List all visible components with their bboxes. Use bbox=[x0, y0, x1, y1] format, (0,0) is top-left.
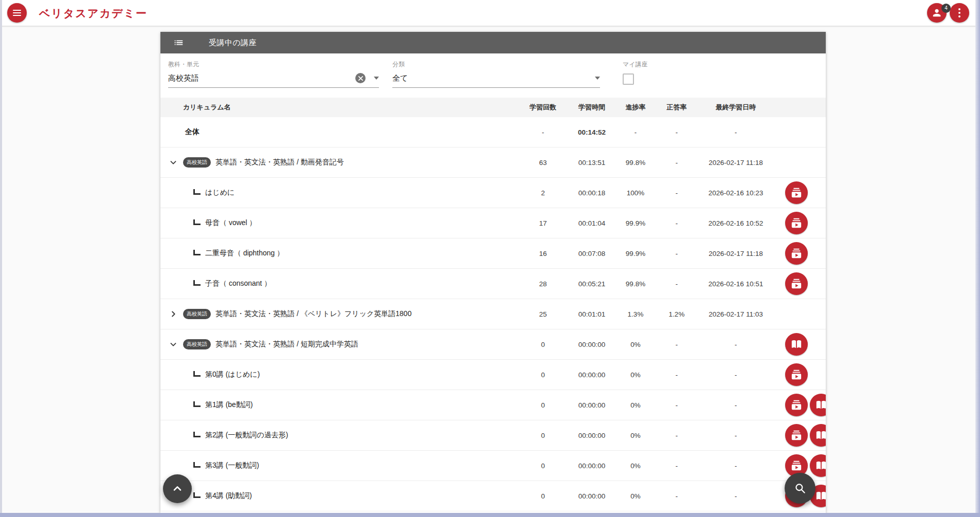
subject-badge: 高校英語 bbox=[183, 309, 211, 319]
chevron-down-icon[interactable] bbox=[168, 157, 179, 168]
textbook-button[interactable] bbox=[810, 394, 826, 416]
search-fab-button[interactable] bbox=[785, 473, 815, 504]
search-icon bbox=[793, 482, 807, 495]
correct-rate: - bbox=[656, 360, 697, 390]
study-time: 00:07:08 bbox=[569, 238, 615, 269]
col-header-actions bbox=[774, 98, 826, 117]
progress-rate: 0% bbox=[615, 329, 656, 360]
curriculum-table: カリキュラム名 学習回数 学習時間 進捗率 正答率 最終学習日時 全体 - 00… bbox=[160, 98, 826, 513]
more-options-button[interactable] bbox=[950, 3, 969, 23]
textbook-button[interactable] bbox=[810, 454, 826, 477]
table-row: 第1講 (be動詞) 0 00:00:00 0% - - bbox=[160, 390, 826, 420]
study-count: 0 bbox=[517, 329, 569, 360]
study-time: 00:01:04 bbox=[569, 208, 615, 238]
curriculum-name: 英単語・英文法・英熟語 / 《ベリトレ》フリック英単語1800 bbox=[215, 309, 411, 319]
list-icon bbox=[173, 37, 184, 48]
person-icon bbox=[931, 7, 942, 19]
study-count: - bbox=[517, 117, 569, 147]
panel-header: 受講中の講座 bbox=[160, 32, 826, 53]
video-library-icon bbox=[791, 248, 802, 259]
tree-branch-icon bbox=[193, 250, 201, 255]
progress-rate: 1.3% bbox=[615, 299, 656, 329]
video-lecture-button[interactable] bbox=[785, 181, 808, 204]
last-study-date: - bbox=[697, 360, 774, 390]
last-study-date: 2026-02-17 11:03 bbox=[697, 299, 774, 329]
video-library-icon bbox=[791, 187, 802, 198]
subject-unit-select[interactable]: 教科・単元 高校英語 bbox=[168, 60, 379, 98]
tree-branch-icon bbox=[193, 219, 201, 225]
correct-rate: - bbox=[656, 451, 697, 481]
last-study-date: - bbox=[697, 117, 774, 147]
study-count: 0 bbox=[517, 481, 569, 511]
tree-branch-icon bbox=[193, 432, 201, 437]
video-lecture-button[interactable] bbox=[785, 272, 808, 295]
study-time: 00:00:00 bbox=[569, 481, 615, 511]
correct-rate: - bbox=[656, 269, 697, 299]
curriculum-name: 英単語・英文法・英熟語 / 動画発音記号 bbox=[215, 158, 344, 167]
filter-bar: 教科・単元 高校英語 分類 全て bbox=[160, 53, 826, 98]
progress-rate: 0% bbox=[615, 481, 656, 511]
scroll-to-top-button[interactable] bbox=[163, 474, 192, 503]
curriculum-name: はじめに bbox=[205, 188, 234, 197]
last-study-date: - bbox=[697, 420, 774, 451]
study-time: 00:00:18 bbox=[569, 178, 615, 208]
close-icon bbox=[358, 76, 364, 81]
my-courses-filter: マイ講座 bbox=[623, 60, 648, 98]
chevron-down-icon[interactable] bbox=[168, 339, 179, 350]
tree-branch-icon bbox=[193, 492, 201, 498]
table-row: 母音（ vowel ） 17 00:01:04 99.9% - 2026-02-… bbox=[160, 208, 826, 238]
textbook-button[interactable] bbox=[810, 424, 826, 447]
category-value[interactable]: 全て bbox=[392, 73, 589, 83]
chevron-down-icon[interactable] bbox=[595, 77, 600, 80]
last-study-date: - bbox=[697, 329, 774, 360]
correct-rate: - bbox=[656, 420, 697, 451]
table-row: 第3講 (一般動詞) 0 00:00:00 0% - - bbox=[160, 451, 826, 481]
video-lecture-button[interactable] bbox=[785, 363, 808, 386]
tree-branch-icon bbox=[193, 401, 201, 407]
curriculum-name: 子音（ consonant ） bbox=[205, 279, 271, 288]
study-time: 00:14:52 bbox=[569, 117, 615, 147]
study-count: 0 bbox=[517, 451, 569, 481]
book-icon bbox=[815, 460, 826, 471]
last-study-date: 2026-02-17 11:18 bbox=[697, 238, 774, 269]
video-lecture-button[interactable] bbox=[785, 242, 808, 265]
curriculum-name: 第1講 (be動詞) bbox=[205, 400, 253, 410]
col-header-correct: 正答率 bbox=[656, 98, 697, 117]
clear-filter-button[interactable] bbox=[355, 73, 366, 83]
table-row: 子音（ consonant ） 28 00:05:21 99.8% - 2026… bbox=[160, 269, 826, 299]
table-row[interactable]: 高校英語 英単語・英文法・英熟語 / 動画発音記号 63 00:13:51 99… bbox=[160, 147, 826, 178]
progress-rate: 99.9% bbox=[615, 238, 656, 269]
study-count: 16 bbox=[517, 238, 569, 269]
video-lecture-button[interactable] bbox=[785, 424, 808, 447]
last-study-date: - bbox=[697, 390, 774, 420]
video-lecture-button[interactable] bbox=[785, 212, 808, 234]
subject-unit-value[interactable]: 高校英語 bbox=[168, 73, 355, 83]
correct-rate: - bbox=[656, 147, 697, 178]
my-courses-checkbox[interactable] bbox=[623, 73, 634, 85]
progress-rate: 0% bbox=[615, 451, 656, 481]
table-row[interactable]: 高校英語 英単語・英文法・英熟語 / 《ベリトレ》フリック英単語1800 25 … bbox=[160, 299, 826, 329]
progress-rate: 99.8% bbox=[615, 147, 656, 178]
video-library-icon bbox=[791, 278, 802, 289]
video-library-icon bbox=[791, 430, 802, 441]
curriculum-name: 二重母音（ diphthong ） bbox=[205, 249, 284, 258]
study-count: 28 bbox=[517, 269, 569, 299]
col-header-progress: 進捗率 bbox=[615, 98, 656, 117]
subject-badge: 高校英語 bbox=[183, 339, 211, 349]
video-lecture-button[interactable] bbox=[785, 394, 808, 416]
study-time: 00:00:00 bbox=[569, 390, 615, 420]
progress-rate: 100% bbox=[615, 178, 656, 208]
study-count: 25 bbox=[517, 299, 569, 329]
hamburger-menu-button[interactable] bbox=[7, 3, 27, 23]
chevron-up-icon bbox=[171, 483, 184, 495]
subject-badge: 高校英語 bbox=[183, 157, 211, 168]
textbook-button[interactable] bbox=[785, 333, 808, 356]
category-select[interactable]: 分類 全て bbox=[392, 60, 600, 98]
table-row[interactable]: 高校英語 英単語・英文法・英熟語 / 短期完成中学英語 0 00:00:00 0… bbox=[160, 329, 826, 360]
last-study-date: - bbox=[697, 451, 774, 481]
window-edge-left bbox=[0, 0, 2, 517]
my-courses-label: マイ講座 bbox=[623, 60, 648, 69]
chevron-right-icon[interactable] bbox=[168, 308, 179, 320]
curriculum-name: 英単語・英文法・英熟語 / 短期完成中学英語 bbox=[215, 340, 358, 349]
chevron-down-icon[interactable] bbox=[374, 77, 379, 80]
